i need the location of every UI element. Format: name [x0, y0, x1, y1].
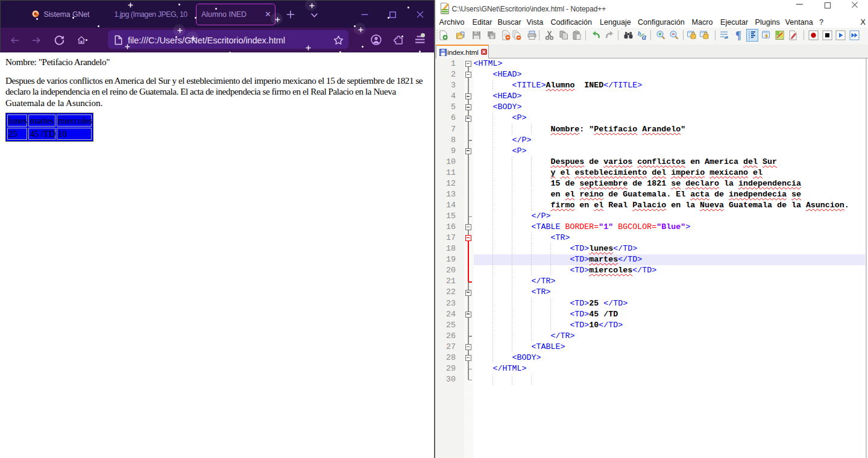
- svg-text:¶: ¶: [735, 30, 741, 42]
